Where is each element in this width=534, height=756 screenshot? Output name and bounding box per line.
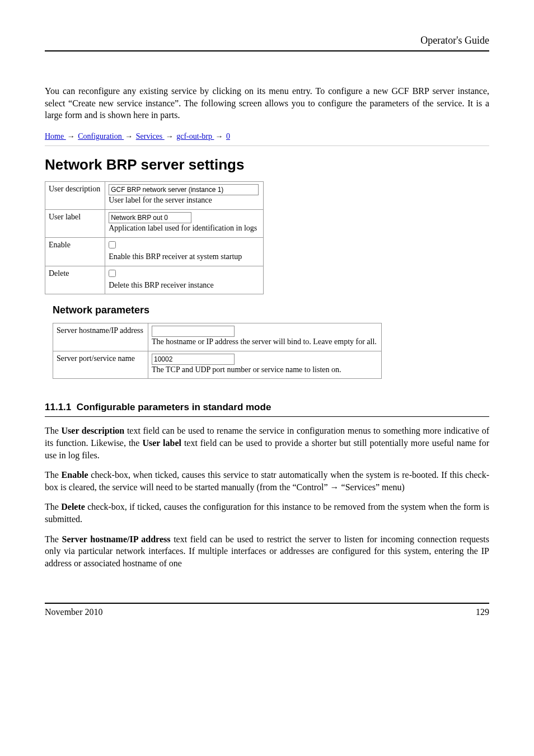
port-input[interactable] — [152, 354, 235, 365]
row-label: User description — [45, 182, 105, 210]
field-caption: The hostname or IP address the server wi… — [152, 337, 377, 346]
field-caption: Delete this BRP receiver instance — [109, 281, 214, 289]
enable-checkbox[interactable] — [109, 241, 116, 248]
section-number: 11.1.1 — [45, 402, 71, 412]
breadcrumb-services[interactable]: Services — [136, 132, 165, 140]
row-label: Delete — [45, 266, 105, 294]
row-label: Server port/service name — [53, 351, 148, 379]
delete-checkbox[interactable] — [109, 270, 116, 277]
footer-page-number: 129 — [476, 606, 489, 618]
settings-heading: Network BRP server settings — [45, 155, 489, 175]
footer-date: November 2010 — [45, 606, 103, 618]
network-table: Server hostname/IP address The hostname … — [53, 323, 382, 379]
field-caption: Enable this BRP receiver at system start… — [109, 252, 242, 261]
breadcrumb: Home → Configuration → Services → gcf-ou… — [45, 132, 489, 146]
row-label: User label — [45, 209, 105, 237]
settings-table: User description User label for the serv… — [45, 181, 264, 294]
table-row: Delete Delete this BRP receiver instance — [45, 266, 264, 294]
page-footer: November 2010 129 — [45, 603, 489, 618]
network-parameters-heading: Network parameters — [53, 303, 489, 317]
field-caption: Application label used for identificatio… — [109, 224, 257, 232]
user-description-input[interactable] — [109, 184, 259, 195]
section-heading: 11.1.1 Configurable parameters in standa… — [45, 401, 489, 417]
row-label: Enable — [45, 237, 105, 266]
row-label: Server hostname/IP address — [53, 323, 148, 351]
breadcrumb-home[interactable]: Home — [45, 132, 66, 140]
page-header: Operator's Guide — [45, 34, 489, 51]
section-title: Configurable parameters in standard mode — [77, 402, 271, 412]
body-paragraph: The User description text field can be u… — [45, 425, 489, 461]
intro-paragraph: You can reconfigure any existing service… — [45, 85, 489, 121]
breadcrumb-gcf-out-brp[interactable]: gcf-out-brp — [176, 132, 214, 140]
table-row: User description User label for the serv… — [45, 182, 264, 210]
field-caption: User label for the server instance — [109, 196, 212, 204]
breadcrumb-configuration[interactable]: Configuration — [78, 132, 124, 140]
body-paragraph: The Delete check-box, if ticked, causes … — [45, 501, 489, 525]
table-row: Enable Enable this BRP receiver at syste… — [45, 237, 264, 266]
body-paragraph: The Server hostname/IP address text fiel… — [45, 533, 489, 570]
field-caption: The TCP and UDP port number or service n… — [152, 365, 341, 374]
hostname-input[interactable] — [152, 326, 235, 337]
table-row: User label Application label used for id… — [45, 209, 264, 237]
body-paragraph: The Enable check-box, when ticked, cause… — [45, 469, 489, 493]
table-row: Server hostname/IP address The hostname … — [53, 323, 382, 351]
breadcrumb-instance[interactable]: 0 — [226, 132, 230, 140]
table-row: Server port/service name The TCP and UDP… — [53, 351, 382, 379]
user-label-input[interactable] — [109, 212, 191, 223]
